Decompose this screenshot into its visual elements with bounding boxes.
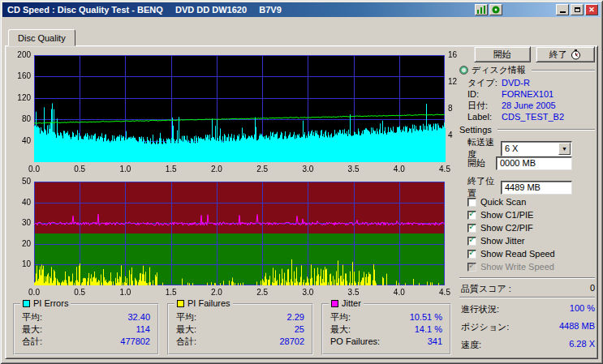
side-panel: 開始 終了 ディスク情報 タイプ: DVD-R ID: FORNE <box>459 45 598 358</box>
position-row: ポジション: 4488 MB <box>461 321 595 332</box>
pi-failures-statbox: PI Failures 平均: 2.29 最大: 25 合計: 28702 <box>167 303 313 355</box>
pi-failures-legend: PI Failures <box>174 298 233 308</box>
window-title: CD Speed : Disc Quality Test - BENQ DVD … <box>7 5 475 15</box>
maximize-button[interactable] <box>571 4 584 15</box>
start-position-row: 開始 0000 MB <box>467 156 572 170</box>
disc-info-header-label: ディスク情報 <box>472 64 526 76</box>
minimize-icon <box>560 11 566 13</box>
jitter-statbox: Jitter 平均: 10.51 % 最大: 14.1 % PO Failure… <box>321 303 451 355</box>
bar-chart-icon <box>477 6 485 14</box>
check-icon: ✓ <box>468 260 476 271</box>
start-position-label: 開始 <box>467 157 485 169</box>
minimize-button[interactable] <box>556 4 569 15</box>
separator <box>459 277 595 279</box>
settings-header: Settings <box>459 124 595 135</box>
disc-quality-charts <box>10 49 458 302</box>
checkbox-box: ✓ <box>467 250 476 259</box>
start-button-label: 開始 <box>493 49 511 61</box>
cdspeed-window: CD Speed : Disc Quality Test - BENQ DVD … <box>0 0 603 364</box>
checkbox-box: ✓ <box>467 198 476 207</box>
tab-label: Disc Quality <box>18 33 66 43</box>
progress-label: 進行状況: <box>461 303 499 315</box>
disc-type-label: タイプ: <box>467 77 502 89</box>
close-button[interactable]: ✕ <box>585 4 598 15</box>
checkbox-box: ✓ <box>467 263 476 272</box>
check-icon: ✓ <box>468 247 476 258</box>
start-button[interactable]: 開始 <box>474 46 531 62</box>
check-icon: ✓ <box>468 221 476 232</box>
separator <box>459 297 595 298</box>
quality-score-value: 0 <box>590 283 595 294</box>
disc-tool-button[interactable] <box>489 4 502 15</box>
disc-date-value: 28 June 2005 <box>502 101 556 110</box>
checkbox-quick-scan[interactable]: ✓ Quick Scan <box>467 196 595 208</box>
stat-row: 合計: 477802 <box>22 336 150 347</box>
stat-row: 平均: 32.40 <box>22 311 150 323</box>
stat-row: 平均: 10.51 % <box>330 311 442 323</box>
position-value: 4488 MB <box>559 321 595 332</box>
maximize-icon <box>575 7 580 12</box>
checkbox-show-read-speed[interactable]: ✓ Show Read Speed <box>467 248 595 259</box>
disc-date-label: 日付: <box>467 100 502 112</box>
checkbox-show-c2-pif[interactable]: ✓ Show C2/PIF <box>467 222 595 233</box>
tab-disc-quality[interactable]: Disc Quality <box>8 29 75 46</box>
disc-icon <box>459 66 468 75</box>
disc-date-row: 日付: 28 June 2005 <box>467 100 595 111</box>
jitter-swatch <box>331 300 338 307</box>
jitter-title: Jitter <box>342 298 361 308</box>
pi-errors-title: PI Errors <box>33 298 68 308</box>
pi-errors-statbox: PI Errors 平均: 32.40 最大: 114 合計: 477802 <box>13 303 159 355</box>
titlebar[interactable]: CD Speed : Disc Quality Test - BENQ DVD … <box>2 2 601 17</box>
speed-label: 速度: <box>461 339 481 350</box>
stat-row: 最大: 114 <box>22 323 150 335</box>
stat-row: 最大: 25 <box>176 323 304 335</box>
stat-row po-failures-row: PO Failures: 341 <box>330 336 442 347</box>
settings-header-label: Settings <box>459 125 492 135</box>
disc-info-header: ディスク情報 <box>459 65 595 75</box>
stop-button[interactable]: 終了 <box>536 46 595 62</box>
disc-type-row: タイプ: DVD-R <box>467 77 595 88</box>
progress-row: 進行状況: 100 % <box>461 303 595 315</box>
close-icon: ✕ <box>588 6 595 14</box>
stat-row: 最大: 14.1 % <box>330 323 442 335</box>
disc-id-label: ID: <box>467 89 502 99</box>
end-position-field[interactable]: 4489 MB <box>501 181 572 195</box>
stat-row: 合計: 28702 <box>176 336 304 347</box>
disc-label-value: CDS_TEST_B2 <box>502 112 564 122</box>
position-label: ポジション: <box>461 321 509 332</box>
progress-value: 100 % <box>570 303 595 315</box>
jitter-legend: Jitter <box>329 298 364 308</box>
header-rule <box>532 70 595 71</box>
chart-tool-button[interactable] <box>475 4 488 15</box>
checkbox-show-jitter[interactable]: ✓ Show Jitter <box>467 235 595 246</box>
checkbox-show-write-speed[interactable]: ✓ Show Write Speed <box>467 261 595 272</box>
chevron-down-icon[interactable]: ▼ <box>558 143 571 155</box>
transfer-rate-select[interactable]: 6 X ▼ <box>501 141 572 156</box>
quality-score-row: 品質スコア : 0 <box>461 283 595 294</box>
speed-value: 6.28 X <box>569 339 595 350</box>
disc-id-row: ID: FORNEX101 <box>467 88 595 100</box>
pi-errors-swatch <box>23 300 30 307</box>
disc-type-value: DVD-R <box>502 78 530 88</box>
checkbox-box: ✓ <box>467 211 476 220</box>
clock-icon <box>571 49 581 60</box>
disc-label-label: Label: <box>467 112 502 122</box>
pi-failures-swatch <box>177 300 184 307</box>
stop-button-label: 終了 <box>549 49 567 61</box>
checkbox-box: ✓ <box>467 237 476 246</box>
checkbox-show-c1-pie[interactable]: ✓ Show C1/PIE <box>467 209 595 221</box>
pi-errors-legend: PI Errors <box>20 298 71 308</box>
pi-failures-title: PI Failures <box>187 298 230 308</box>
check-icon: ✓ <box>468 208 476 219</box>
transfer-rate-value: 6 X <box>505 143 519 153</box>
start-position-field[interactable]: 0000 MB <box>496 156 572 170</box>
check-icon: ✓ <box>468 234 476 245</box>
speed-row: 速度: 6.28 X <box>461 339 595 350</box>
quality-score-label: 品質スコア : <box>461 283 511 294</box>
disc-icon-small <box>492 6 500 14</box>
disc-id-value: FORNEX101 <box>502 89 553 99</box>
header-rule <box>497 129 595 131</box>
checkbox-box: ✓ <box>467 224 476 233</box>
stat-row: 平均: 2.29 <box>176 311 304 323</box>
disc-label-row: Label: CDS_TEST_B2 <box>467 111 595 122</box>
